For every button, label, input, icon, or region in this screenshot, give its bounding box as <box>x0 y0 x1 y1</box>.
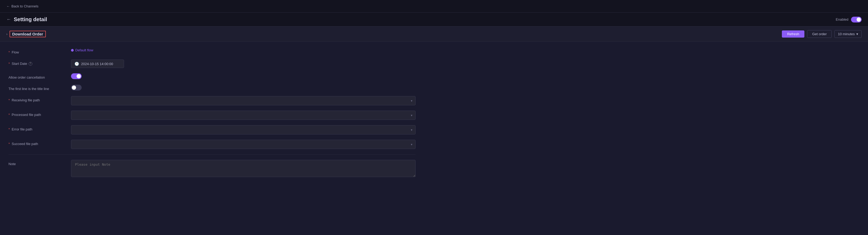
start-date-row: * Start Date ? 🕐 2024-10-15 14:00:00 <box>8 60 415 68</box>
error-path-input[interactable] <box>71 125 415 134</box>
section-chevron-icon: › <box>6 32 7 36</box>
flow-dot-icon <box>71 49 74 52</box>
allow-cancel-row: Allow order cancellation <box>8 73 415 79</box>
receiving-path-input[interactable] <box>71 96 415 105</box>
duration-label: 10 minutes <box>838 32 855 36</box>
note-row: Note <box>8 160 415 178</box>
note-input-wrap <box>71 160 415 178</box>
allow-cancel-toggle[interactable] <box>71 73 82 79</box>
enabled-toggle[interactable] <box>851 17 862 23</box>
succeed-path-label: * Succeed file path <box>8 140 67 146</box>
processed-path-input[interactable] <box>71 111 415 120</box>
page-title-row: ← Setting detail <box>6 16 47 23</box>
receiving-path-input-wrap: ▾ <box>71 96 415 105</box>
page-title-icon: ← <box>6 17 11 22</box>
refresh-button[interactable]: Refresh <box>782 30 805 38</box>
form-divider <box>8 154 415 155</box>
back-label: Back to Channels <box>11 4 38 8</box>
flow-link-text: Default flow <box>75 48 93 52</box>
flow-value: Default flow <box>71 48 415 52</box>
duration-arrow-icon: ▾ <box>856 32 858 36</box>
start-date-info-icon[interactable]: ? <box>29 62 32 66</box>
first-line-label: The first line is the title line <box>8 85 67 91</box>
succeed-path-row: * Succeed file path ▾ <box>8 140 415 149</box>
start-date-text: 2024-10-15 14:00:00 <box>81 62 113 66</box>
clock-icon: 🕐 <box>74 62 79 66</box>
section-right: Refresh Get order 10 minutes ▾ <box>782 30 862 38</box>
allow-cancel-value <box>71 73 415 79</box>
section-left: › Download Order <box>6 31 46 37</box>
flow-label: * Flow <box>8 48 67 54</box>
back-to-channels-link[interactable]: ← Back to Channels <box>6 4 38 8</box>
processed-path-label: * Processed file path <box>8 111 67 117</box>
page-header: ← Setting detail Enabled <box>0 13 868 27</box>
start-date-input[interactable]: 🕐 2024-10-15 14:00:00 <box>71 60 124 68</box>
default-flow-link[interactable]: Default flow <box>71 48 93 52</box>
allow-cancel-label: Allow order cancellation <box>8 73 67 79</box>
error-path-label: * Error file path <box>8 125 67 131</box>
flow-row: * Flow Default flow <box>8 48 415 54</box>
succeed-path-input-wrap: ▾ <box>71 140 415 149</box>
receiving-path-label: * Receiving file path <box>8 96 67 102</box>
error-path-row: * Error file path ▾ <box>8 125 415 134</box>
note-label: Note <box>8 160 67 166</box>
start-date-label: * Start Date ? <box>8 60 67 66</box>
error-path-input-wrap: ▾ <box>71 125 415 134</box>
enabled-label: Enabled <box>836 18 848 22</box>
page-title: Setting detail <box>14 16 47 23</box>
processed-path-input-wrap: ▾ <box>71 111 415 120</box>
section-bar: › Download Order Refresh Get order 10 mi… <box>0 27 868 42</box>
back-arrow-icon: ← <box>6 4 10 8</box>
required-star: * <box>8 50 10 54</box>
first-line-row: The first line is the title line <box>8 85 415 91</box>
start-date-value: 🕐 2024-10-15 14:00:00 <box>71 60 415 68</box>
form-area: * Flow Default flow * Start Date ? 🕐 202… <box>0 42 424 190</box>
duration-select[interactable]: 10 minutes ▾ <box>834 30 862 38</box>
section-title: Download Order <box>9 31 46 37</box>
enabled-row: Enabled <box>836 17 862 23</box>
main-content: › Download Order Refresh Get order 10 mi… <box>0 27 868 190</box>
get-order-button[interactable]: Get order <box>807 30 832 38</box>
first-line-value <box>71 85 415 91</box>
required-star-date: * <box>8 62 10 66</box>
processed-path-row: * Processed file path ▾ <box>8 111 415 120</box>
succeed-path-input[interactable] <box>71 140 415 149</box>
note-textarea[interactable] <box>71 160 415 177</box>
top-nav: ← Back to Channels <box>0 0 868 13</box>
receiving-path-row: * Receiving file path ▾ <box>8 96 415 105</box>
first-line-toggle[interactable] <box>71 85 82 91</box>
